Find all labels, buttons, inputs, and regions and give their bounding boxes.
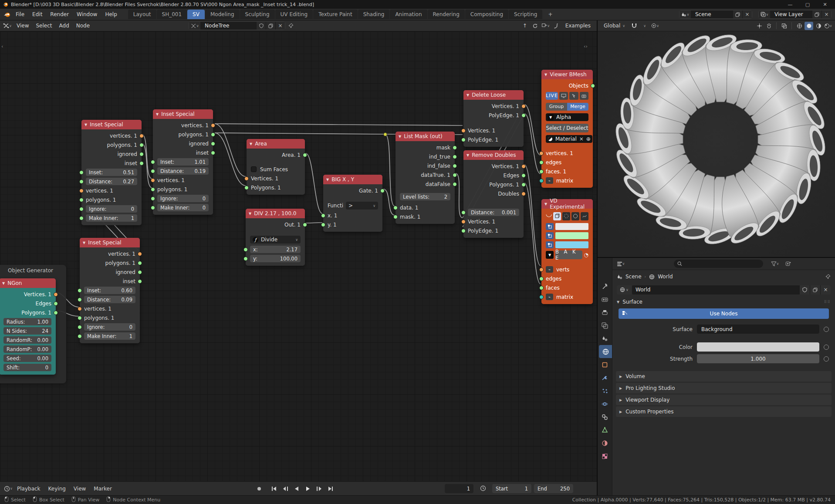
toggle-xray-icon[interactable] — [780, 22, 788, 30]
distance-socket[interactable] — [461, 210, 466, 215]
make-inner-value-field[interactable]: Make Inner:0 — [157, 204, 209, 211]
maximize-button[interactable]: ▢ — [800, 0, 815, 9]
distance-value-field[interactable]: Distance:0.19 — [157, 167, 209, 175]
color-swatch[interactable] — [555, 241, 588, 248]
properties-tab-particles[interactable] — [598, 384, 612, 397]
ignored-socket[interactable] — [139, 152, 144, 156]
viewer-bmesh-button-select-deselect[interactable]: Select / Deselect — [541, 122, 593, 134]
editor-type-properties-icon[interactable]: ∨ — [616, 260, 625, 268]
node-remove-doubles[interactable]: ▼Remove DoublesVertices. 1EdgesPolygons.… — [463, 150, 524, 238]
workspace-tab-rendering[interactable]: Rendering — [428, 10, 465, 19]
vertices-1-socket[interactable] — [151, 178, 155, 183]
next-keyframe-button[interactable] — [314, 484, 325, 494]
play-button[interactable] — [303, 484, 313, 494]
timeline-menu-keying[interactable]: Keying — [44, 484, 70, 493]
datafalse-socket[interactable] — [453, 182, 457, 186]
node-header[interactable]: ▼Inset Special — [153, 109, 213, 119]
vertices-1-socket[interactable] — [139, 134, 144, 138]
distance-value-field[interactable]: Distance:0.001 — [468, 209, 519, 216]
timeline-menu-playback[interactable]: Playback — [13, 484, 44, 493]
extra-icon[interactable]: ◔ — [584, 252, 588, 258]
collapse-icon[interactable]: ▼ — [544, 73, 547, 77]
color-swatch[interactable] — [697, 342, 819, 352]
area-checkbox-sum-faces[interactable]: Sum Faces — [247, 165, 305, 174]
editor-type-node-icon[interactable]: ∨ — [3, 22, 12, 30]
menu-window[interactable]: Window — [73, 10, 101, 19]
record-button[interactable] — [254, 484, 264, 494]
options-gear-icon[interactable] — [783, 260, 793, 268]
polyedge-1-socket[interactable] — [461, 138, 466, 142]
minimize-button[interactable]: — — [783, 0, 798, 9]
monitor-icon[interactable] — [559, 92, 568, 100]
matrix-socket[interactable] — [539, 179, 544, 183]
go-to-parent-tree-icon[interactable]: ↑ — [520, 22, 530, 30]
scene-selector[interactable]: ∨ Scene × — [679, 10, 752, 19]
randomp-value-field[interactable]: RandomP:0.00 — [3, 345, 51, 353]
comparator-dropdown[interactable]: >∨ — [346, 202, 378, 210]
vertices-1-socket[interactable] — [78, 307, 82, 311]
snap-settings-chevron-icon[interactable]: ∨ — [640, 22, 649, 30]
node-header[interactable]: ▼Area — [247, 139, 305, 149]
properties-tab-world[interactable] — [599, 345, 612, 358]
close-button[interactable]: ✕ — [818, 0, 832, 9]
menu-help[interactable]: Help — [101, 10, 121, 19]
inset-socket[interactable] — [151, 160, 155, 164]
jump-to-start-button[interactable] — [269, 484, 279, 494]
properties-search-input[interactable] — [674, 260, 763, 268]
insert-link-icon[interactable] — [551, 22, 561, 30]
out-1-socket[interactable] — [303, 223, 307, 227]
x-1-socket[interactable] — [321, 213, 325, 218]
node-header[interactable]: ▼NGon — [0, 278, 56, 288]
layer-icon[interactable] — [546, 232, 554, 239]
edges-socket[interactable] — [54, 301, 58, 306]
properties-tab-scene[interactable] — [598, 332, 612, 345]
ignore-socket[interactable] — [78, 325, 82, 329]
polygons-1-socket[interactable] — [78, 316, 82, 320]
node-ngon[interactable]: ▼NGonVertices. 1EdgesPolygons. 1Radius:1… — [0, 278, 56, 375]
new-copy-icon[interactable] — [810, 285, 820, 294]
properties-tab-texture[interactable] — [598, 450, 612, 463]
proportional-editing-icon[interactable]: ∨ — [650, 22, 660, 30]
polygons-1-socket[interactable] — [211, 132, 215, 137]
group-button[interactable]: Group — [546, 103, 567, 111]
x-socket[interactable] — [243, 247, 248, 252]
world-name-field[interactable]: World — [632, 285, 799, 294]
panel-pro-lighting-studio[interactable]: ▶Pro Lighting Studio — [616, 383, 832, 393]
radius-value-field[interactable]: Radius:1.00 — [3, 318, 51, 325]
strength-slider[interactable]: 1.000 — [697, 354, 819, 363]
timeline-editor-icon[interactable]: ∨ — [3, 484, 13, 493]
vertices-1-socket[interactable] — [211, 123, 215, 128]
distance-socket[interactable] — [78, 298, 82, 302]
inset-socket[interactable] — [211, 151, 215, 155]
pin-icon[interactable] — [286, 22, 296, 30]
inset-socket[interactable] — [79, 170, 84, 175]
collapse-icon[interactable]: ▼ — [250, 142, 252, 146]
panel-custom-properties[interactable]: ▶Custom Properties — [616, 406, 832, 417]
inset-value-field[interactable]: Inset:1.01 — [157, 158, 209, 166]
surface-shader-select[interactable]: Background — [697, 325, 819, 334]
region-toggle-left-icon[interactable]: ‹ — [1, 44, 3, 49]
vertices-1-socket[interactable] — [461, 129, 466, 133]
inset-socket[interactable] — [138, 279, 142, 284]
collapse-icon[interactable]: ▼ — [544, 202, 547, 206]
make-inner-socket[interactable] — [79, 216, 84, 220]
ignore-value-field[interactable]: Ignore:0 — [84, 323, 135, 331]
node-big-x-y[interactable]: ▼BIG X , YGate. 1Functi>∨x. 1y. 1 — [323, 175, 382, 232]
data-1-socket[interactable] — [393, 206, 398, 210]
panel-viewport-display[interactable]: ▶Viewport Display — [616, 395, 832, 405]
node-header[interactable]: ▼DIV 2.17 , 100.0 — [246, 209, 305, 218]
node-tree-name[interactable]: NodeTree — [200, 23, 256, 29]
workspace-tab-sh-001[interactable]: SH_001 — [157, 10, 187, 19]
polygons-1-socket[interactable] — [151, 187, 155, 192]
frame-start-field[interactable]: Start1 — [492, 484, 531, 493]
copy-view-layer-icon[interactable] — [812, 10, 821, 18]
frame-end-field[interactable]: End250 — [534, 484, 573, 493]
new-copy-icon[interactable] — [266, 22, 275, 30]
properties-tab-modifiers[interactable] — [598, 371, 612, 384]
distance-value-field[interactable]: Distance:0.09 — [84, 296, 135, 303]
camera-icon[interactable] — [580, 92, 588, 100]
collapse-icon[interactable]: ▼ — [399, 135, 401, 139]
use-nodes-button[interactable]: Use Nodes — [619, 308, 829, 319]
scene-name[interactable]: Scene — [691, 11, 733, 17]
vertices-1-socket[interactable] — [521, 104, 526, 108]
